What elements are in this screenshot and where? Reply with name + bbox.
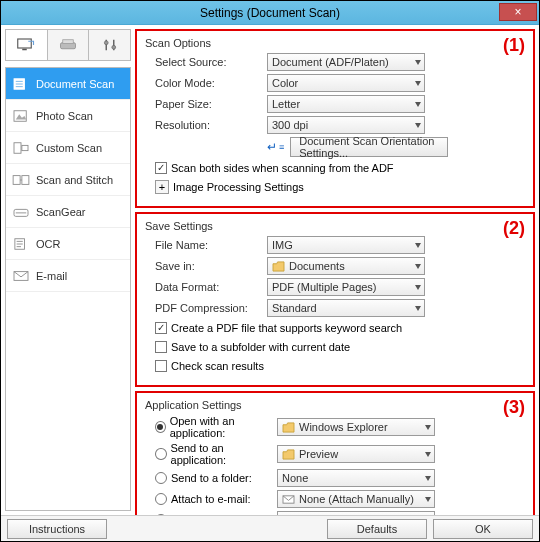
resolution-value: 300 dpi [272, 119, 308, 131]
color-mode-value: Color [272, 77, 298, 89]
defaults-button[interactable]: Defaults [327, 519, 427, 539]
folder-icon [282, 449, 295, 460]
attach-email-label: Attach to e-mail: [171, 493, 250, 505]
folder-icon [272, 261, 285, 272]
instructions-label: Instructions [29, 523, 85, 535]
sidebar-item-scan-stitch[interactable]: Scan and Stitch [6, 164, 130, 196]
send-to-app-combo[interactable]: Preview [277, 445, 435, 463]
sidebar: Document Scan Photo Scan Custom Scan Sca… [5, 67, 131, 511]
sliders-icon [101, 37, 119, 53]
sidebar-item-photo-scan[interactable]: Photo Scan [6, 100, 130, 132]
paper-size-value: Letter [272, 98, 300, 110]
svg-rect-0 [18, 39, 32, 48]
send-to-folder-combo[interactable]: None [277, 469, 435, 487]
explorer-icon [282, 422, 295, 433]
save-in-label: Save in: [145, 260, 267, 272]
check-results-checkbox[interactable] [155, 360, 167, 372]
panel-scan-options: (1) Scan Options Select Source: Document… [135, 29, 535, 208]
paper-size-label: Paper Size: [145, 98, 267, 110]
panel-number-3: (3) [503, 397, 525, 418]
send-to-folder-label: Send to a folder: [171, 472, 252, 484]
sidebar-item-label: OCR [36, 238, 60, 250]
sidebar-item-label: ScanGear [36, 206, 86, 218]
sidebar-item-scangear[interactable]: ScanGear [6, 196, 130, 228]
sidebar-item-custom-scan[interactable]: Custom Scan [6, 132, 130, 164]
sidebar-item-document-scan[interactable]: Document Scan [6, 68, 130, 100]
send-to-folder-radio[interactable] [155, 472, 167, 484]
photo-scan-icon [12, 109, 30, 123]
mode-tab-scan-from-computer[interactable] [6, 30, 48, 60]
mode-tab-general[interactable] [89, 30, 130, 60]
instructions-button[interactable]: Instructions [7, 519, 107, 539]
svg-rect-3 [63, 40, 74, 44]
open-with-app-radio[interactable] [155, 421, 166, 433]
send-to-app-radio[interactable] [155, 448, 167, 460]
save-subfolder-checkbox[interactable] [155, 341, 167, 353]
titlebar: Settings (Document Scan) × [1, 1, 539, 25]
select-source-value: Document (ADF/Platen) [272, 56, 389, 68]
email-icon [12, 269, 30, 283]
open-with-app-combo[interactable]: Windows Explorer [277, 418, 435, 436]
select-source-label: Select Source: [145, 56, 267, 68]
image-processing-label: Image Processing Settings [173, 181, 304, 193]
left-column: Document Scan Photo Scan Custom Scan Sca… [5, 29, 131, 511]
sidebar-item-label: E-mail [36, 270, 67, 282]
image-processing-expand[interactable]: + [155, 180, 169, 194]
save-subfolder-label: Save to a subfolder with current date [171, 341, 350, 353]
sidebar-item-ocr[interactable]: OCR [6, 228, 130, 260]
ok-label: OK [475, 523, 491, 535]
pdf-compression-combo[interactable]: Standard [267, 299, 425, 317]
svg-rect-1 [23, 49, 28, 51]
scan-both-sides-label: Scan both sides when scanning from the A… [171, 162, 394, 174]
sidebar-item-label: Scan and Stitch [36, 174, 113, 186]
content-area: Document Scan Photo Scan Custom Scan Sca… [1, 25, 539, 515]
send-to-folder-value: None [282, 472, 308, 484]
panel-number-2: (2) [503, 218, 525, 239]
data-format-value: PDF (Multiple Pages) [272, 281, 377, 293]
resolution-label: Resolution: [145, 119, 267, 131]
check-results-label: Check scan results [171, 360, 264, 372]
svg-rect-16 [13, 175, 20, 184]
attach-email-value: None (Attach Manually) [299, 493, 414, 505]
data-format-label: Data Format: [145, 281, 267, 293]
file-name-combo[interactable]: IMG [267, 236, 425, 254]
resolution-combo[interactable]: 300 dpi [267, 116, 425, 134]
sidebar-item-label: Document Scan [36, 78, 114, 90]
mode-tab-scan-from-panel[interactable] [48, 30, 90, 60]
monitor-scan-icon [17, 37, 35, 53]
open-with-app-value: Windows Explorer [299, 421, 388, 433]
pdf-keyword-checkbox[interactable] [155, 322, 167, 334]
sidebar-item-label: Photo Scan [36, 110, 93, 122]
svg-marker-13 [16, 114, 27, 119]
file-name-label: File Name: [145, 239, 267, 251]
scan-options-title: Scan Options [145, 37, 525, 49]
scan-both-sides-checkbox[interactable] [155, 162, 167, 174]
sidebar-item-label: Custom Scan [36, 142, 102, 154]
svg-point-7 [112, 45, 116, 49]
close-button[interactable]: × [499, 3, 537, 21]
scanner-icon [59, 37, 77, 53]
orientation-settings-button[interactable]: Document Scan Orientation Settings... [290, 137, 448, 157]
svg-point-5 [104, 41, 108, 45]
attach-email-radio[interactable] [155, 493, 167, 505]
panel-number-1: (1) [503, 35, 525, 56]
paper-size-combo[interactable]: Letter [267, 95, 425, 113]
swap-orientation-icon[interactable]: ↵≡ [267, 140, 284, 154]
document-scan-icon [12, 77, 30, 91]
data-format-combo[interactable]: PDF (Multiple Pages) [267, 278, 425, 296]
sidebar-item-email[interactable]: E-mail [6, 260, 130, 292]
defaults-label: Defaults [357, 523, 397, 535]
stitch-icon [12, 173, 30, 187]
save-settings-title: Save Settings [145, 220, 525, 232]
ok-button[interactable]: OK [433, 519, 533, 539]
panel-save-settings: (2) Save Settings File Name: IMG Save in… [135, 212, 535, 387]
close-icon: × [514, 5, 521, 19]
right-column: (1) Scan Options Select Source: Document… [135, 29, 535, 511]
attach-email-combo[interactable]: None (Attach Manually) [277, 490, 435, 508]
custom-scan-icon [12, 141, 30, 155]
save-in-combo[interactable]: Documents [267, 257, 425, 275]
svg-rect-17 [22, 175, 29, 184]
color-mode-combo[interactable]: Color [267, 74, 425, 92]
mail-icon [282, 494, 295, 505]
select-source-combo[interactable]: Document (ADF/Platen) [267, 53, 425, 71]
